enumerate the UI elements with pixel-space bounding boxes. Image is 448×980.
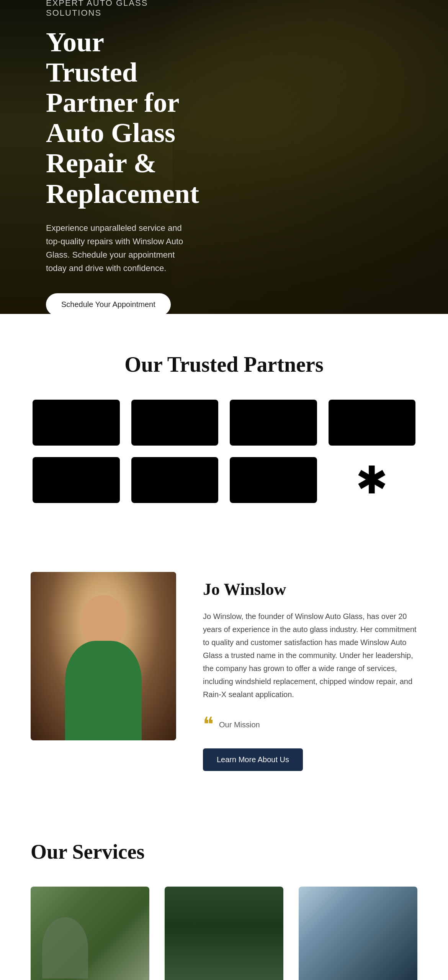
services-title: Our Services [31,840,417,864]
partner-logo-7 [230,457,317,503]
hero-eyebrow: EXPERT AUTO GLASS SOLUTIONS [46,0,191,18]
founder-photo [31,572,176,740]
mission-quote: ❝ Our Mission [203,715,417,735]
partner-logo-4 [329,400,416,446]
partner-logo-1 [33,400,120,446]
founder-name: Jo Winslow [203,580,417,599]
partners-section: Our Trusted Partners ✱ [0,314,448,541]
partner-logo-6 [131,457,219,503]
service-card-2: Auto Glass Replacement Our team can repl… [165,887,283,980]
service-image-2 [165,887,283,980]
about-section: Jo Winslow Jo Winslow, the founder of Wi… [0,541,448,809]
partners-grid: ✱ [33,400,415,503]
hero-section: EXPERT AUTO GLASS SOLUTIONS Your Trusted… [0,0,448,314]
services-section: Our Services Chipped Window Repair We ex… [0,809,448,980]
partners-title: Our Trusted Partners [31,352,417,377]
service-image-1 [31,887,149,980]
mission-label: Our Mission [219,720,260,729]
hero-content: EXPERT AUTO GLASS SOLUTIONS Your Trusted… [0,0,237,314]
hero-description: Experience unparalleled service and top-… [46,221,191,275]
partner-logo-5 [33,457,120,503]
quote-icon: ❝ [203,715,214,735]
partner-logo-asterisk: ✱ [329,457,416,503]
about-content: Jo Winslow Jo Winslow, the founder of Wi… [203,572,417,771]
learn-more-about-button[interactable]: Learn More About Us [203,748,303,771]
chipped-repair-image [31,887,149,980]
schedule-appointment-button[interactable]: Schedule Your Appointment [46,293,171,314]
partner-logo-2 [131,400,219,446]
replacement-image [165,887,283,980]
founder-image [31,572,176,740]
services-grid: Chipped Window Repair We expertly repair… [31,887,417,980]
service-card-1: Chipped Window Repair We expertly repair… [31,887,149,980]
hero-title: Your Trusted Partner for Auto Glass Repa… [46,27,191,209]
partner-logo-3 [230,400,317,446]
service-image-3 [299,887,417,980]
rainx-image [299,887,417,980]
founder-bio: Jo Winslow, the founder of Winslow Auto … [203,610,417,701]
service-card-3: Rain-X Sealant Application Enhance your … [299,887,417,980]
